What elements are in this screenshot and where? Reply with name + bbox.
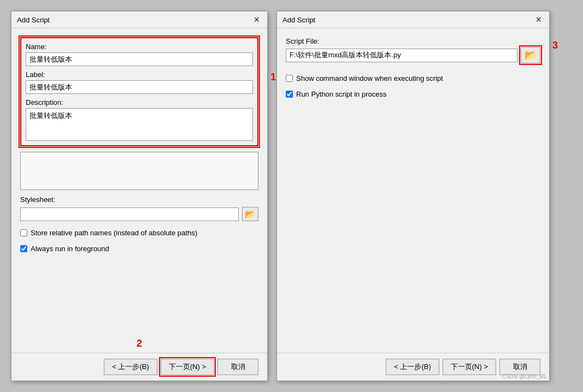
right-close-button[interactable]: ✕ [534, 15, 544, 25]
left-dialog-footer: 2 < 上一步(B) 下一页(N) > 取消 [11, 353, 267, 381]
folder-icon: 📂 [245, 209, 256, 219]
description-label: Description: [26, 98, 253, 106]
left-title: Add Script [17, 16, 50, 24]
name-field-group: Name: [26, 43, 253, 66]
label-input[interactable] [26, 80, 253, 94]
script-file-browse-button[interactable]: 📂 [521, 47, 540, 63]
store-relative-row: Store relative path names (instead of ab… [20, 229, 258, 237]
stylesheet-row: 📂 [20, 207, 258, 221]
always-run-row: Always run in foreground [20, 245, 258, 253]
always-run-checkbox[interactable] [20, 245, 27, 252]
left-close-button[interactable]: ✕ [252, 15, 262, 25]
right-titlebar: Add Script ✕ [277, 11, 549, 28]
extra-textarea[interactable] [20, 152, 258, 190]
run-python-label: Run Python script in process [296, 90, 386, 98]
run-python-row: Run Python script in process [286, 90, 540, 98]
script-file-row: 📂 [286, 47, 540, 63]
store-relative-label: Store relative path names (instead of ab… [31, 229, 197, 237]
always-run-label: Always run in foreground [31, 245, 109, 253]
right-title: Add Script [282, 16, 315, 24]
description-input[interactable]: 批量转低版本 [26, 108, 253, 141]
right-dialog: Add Script ✕ Script File: 📂 3 Show comma… [276, 11, 550, 381]
stylesheet-label: Stylesheet: [20, 195, 258, 204]
label-field-group: Label: [26, 70, 253, 94]
show-command-row: Show command window when executing scrip… [286, 74, 540, 82]
main-fields-group: Name: Label: Description: 批量转低版本 [20, 37, 258, 146]
left-prev-button[interactable]: < 上一步(B) [104, 359, 157, 375]
stylesheet-browse-button[interactable]: 📂 [242, 207, 258, 221]
watermark: CSDN @Lynn_ML [502, 373, 547, 379]
name-label: Name: [26, 43, 253, 51]
left-titlebar: Add Script ✕ [11, 11, 267, 28]
script-file-input[interactable] [286, 49, 517, 62]
run-python-checkbox[interactable] [286, 91, 293, 98]
stylesheet-group: Stylesheet: 📂 [20, 195, 258, 221]
folder-icon-right: 📂 [525, 49, 537, 61]
name-input[interactable] [26, 52, 253, 66]
left-dialog-body: Name: Label: Description: 批量转低版本 Stylesh… [11, 28, 267, 353]
store-relative-checkbox[interactable] [20, 229, 27, 236]
show-command-checkbox[interactable] [286, 75, 293, 82]
script-file-group: Script File: 📂 [286, 37, 540, 63]
annotation-3: 3 [552, 40, 558, 51]
right-cancel-button[interactable]: 取消 [499, 359, 540, 375]
left-next-button[interactable]: 下一页(N) > [161, 359, 214, 375]
right-next-button[interactable]: 下一页(N) > [443, 359, 496, 375]
stylesheet-input[interactable] [20, 207, 239, 221]
annotation-1: 1 [270, 72, 276, 83]
left-dialog: Add Script ✕ Name: Label: Description: 批… [11, 11, 268, 381]
label-label: Label: [26, 70, 253, 79]
show-command-label: Show command window when executing scrip… [296, 74, 443, 82]
annotation-2: 2 [137, 338, 142, 349]
right-dialog-body: Script File: 📂 3 Show command window whe… [277, 28, 549, 353]
right-prev-button[interactable]: < 上一步(B) [386, 359, 439, 375]
description-field-group: Description: 批量转低版本 [26, 98, 253, 141]
left-cancel-button[interactable]: 取消 [217, 359, 258, 375]
script-file-label: Script File: [286, 37, 540, 45]
